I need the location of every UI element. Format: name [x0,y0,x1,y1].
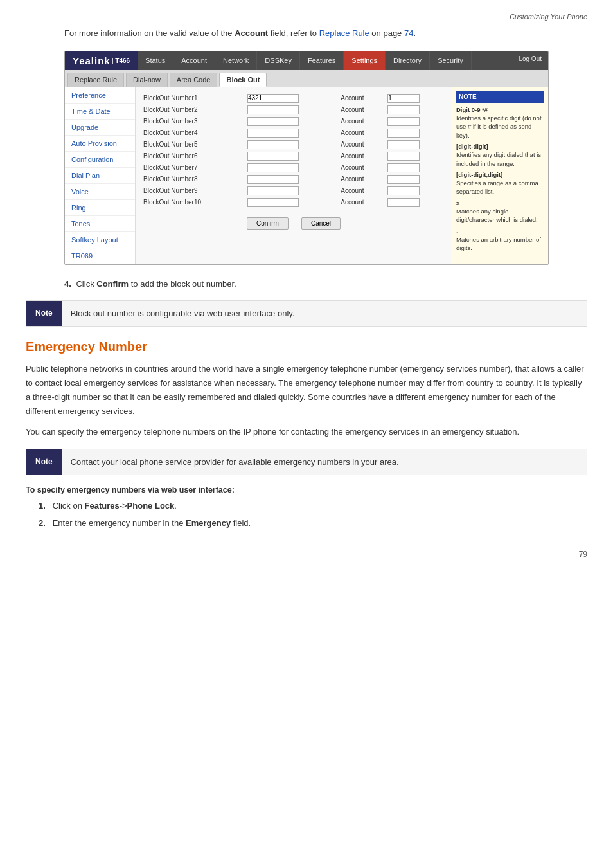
page-74-link[interactable]: 74 [404,28,413,38]
note-label-1: Note [26,301,62,327]
intro-paragraph: For more information on the valid value … [64,27,549,41]
sidebar: Preference Time & Date Upgrade Auto Prov… [65,87,136,264]
blockout-number-8-input[interactable] [247,175,299,184]
account-7-input[interactable] [387,163,420,172]
account-10-input[interactable] [387,198,420,207]
procedure-section: To specify emergency numbers via web use… [26,485,587,530]
note-content-2: Contact your local phone service provide… [62,449,587,475]
note-section-5: . Matches an arbitrary number of digits. [456,227,544,253]
note-panel: NOTE Digit 0-9 *# Identifies a specific … [452,87,548,264]
note-section-1: Digit 0-9 *# Identifies a specific digit… [456,105,544,140]
account-3-input[interactable] [387,117,420,126]
nav-tab-dsskey[interactable]: DSSKey [257,51,300,70]
blockout-number-5-input[interactable] [247,140,299,149]
sidebar-item-voice[interactable]: Voice [65,184,135,200]
blockout-number-10-input[interactable] [247,198,299,207]
model-name: | T466 [112,57,130,64]
blockout-number-7-input[interactable] [247,163,299,172]
sub-tabs: Replace Rule Dial-now Area Code Block Ou… [65,70,548,87]
nav-tab-network[interactable]: Network [215,51,257,70]
sidebar-item-configuration[interactable]: Configuration [65,152,135,168]
sidebar-item-tones[interactable]: Tones [65,216,135,232]
account-5-input[interactable] [387,140,420,149]
note-section-3: [digit-digit,digit] Specifies a range as… [456,170,544,196]
replace-rule-link[interactable]: Replace Rule [319,28,369,38]
logout-button[interactable]: Log Out [513,53,547,65]
yealink-brand: Yealink | T466 [65,51,138,70]
table-row: BlockOut Number3 Account [141,116,447,127]
account-1-input[interactable] [387,94,420,103]
table-row: BlockOut Number2 Account [141,104,447,116]
sidebar-item-softkey-layout[interactable]: Softkey Layout [65,232,135,248]
proc-step-2: 2. Enter the emergency number in the Eme… [39,517,587,530]
account-9-input[interactable] [387,186,420,195]
subtab-dial-now[interactable]: Dial-now [126,73,168,87]
note-label-2: Note [26,449,62,475]
table-row: BlockOut Number4 Account [141,127,447,139]
sidebar-item-auto-provision[interactable]: Auto Provision [65,136,135,152]
sidebar-item-preference[interactable]: Preference [65,87,135,104]
account-8-input[interactable] [387,175,420,184]
sidebar-item-dial-plan[interactable]: Dial Plan [65,168,135,184]
proc-step-1: 1. Click on Features->Phone Lock. [39,500,587,513]
account-6-input[interactable] [387,152,420,161]
blockout-table: BlockOut Number1 Account BlockOut Number… [141,93,447,208]
sidebar-item-tr069[interactable]: TR069 [65,248,135,264]
sidebar-item-upgrade[interactable]: Upgrade [65,120,135,136]
brand-name: Yealink [73,55,111,66]
nav-tab-status[interactable]: Status [138,51,173,70]
blockout-number-1-input[interactable] [247,94,299,103]
note-content-1: Block out number is configurable via web… [62,301,587,327]
screenshot-main: Preference Time & Date Upgrade Auto Prov… [65,87,548,264]
emergency-para-1: Public telephone networks in countries a… [26,362,587,419]
account-4-input[interactable] [387,129,420,138]
nav-tab-directory[interactable]: Directory [386,51,430,70]
procedure-title: To specify emergency numbers via web use… [26,485,587,494]
table-row: BlockOut Number10 Account [141,197,447,208]
table-row: BlockOut Number9 Account [141,185,447,197]
page-number: 79 [26,550,587,559]
subtab-replace-rule[interactable]: Replace Rule [67,73,124,87]
table-row: BlockOut Number8 Account [141,174,447,185]
emergency-section: Emergency Number Public telephone networ… [26,339,587,439]
note-panel-header: NOTE [456,91,544,103]
page-header: Customizing Your Phone [26,13,587,21]
form-buttons: Confirm Cancel [141,213,447,233]
account-2-input[interactable] [387,105,420,114]
table-row: BlockOut Number5 Account [141,139,447,150]
nav-tab-security[interactable]: Security [430,51,472,70]
blockout-number-4-input[interactable] [247,129,299,138]
form-area: BlockOut Number1 Account BlockOut Number… [136,87,452,264]
nav-tab-features[interactable]: Features [300,51,344,70]
table-row: BlockOut Number7 Account [141,162,447,174]
step-4: 4. Click Confirm to add the block out nu… [64,278,549,291]
table-row: BlockOut Number1 Account [141,93,447,104]
blockout-number-6-input[interactable] [247,152,299,161]
note-section-2: [digit-digit] Identifies any digit diale… [456,142,544,168]
confirm-button[interactable]: Confirm [247,217,289,230]
sidebar-item-time-date[interactable]: Time & Date [65,104,135,120]
note-section-4: x Matches any single digit/character whi… [456,199,544,224]
subtab-block-out[interactable]: Block Out [219,73,267,87]
navbar: Yealink | T466 Status Account Network DS… [65,51,548,70]
emergency-title: Emergency Number [26,339,587,354]
screenshot-container: Yealink | T466 Status Account Network DS… [64,51,549,265]
emergency-para-2: You can specify the emergency telephone … [26,425,587,439]
note-box-2: Note Contact your local phone service pr… [26,449,587,476]
table-row: BlockOut Number6 Account [141,150,447,162]
nav-tab-account[interactable]: Account [173,51,215,70]
blockout-number-2-input[interactable] [247,105,299,114]
cancel-button[interactable]: Cancel [301,217,341,230]
header-title: Customizing Your Phone [510,13,587,21]
blockout-number-9-input[interactable] [247,186,299,195]
blockout-number-3-input[interactable] [247,117,299,126]
subtab-area-code[interactable]: Area Code [170,73,218,87]
nav-tabs: Status Account Network DSSKey Features S… [138,51,512,70]
sidebar-item-ring[interactable]: Ring [65,200,135,216]
note-box-1: Note Block out number is configurable vi… [26,300,587,327]
nav-tab-settings[interactable]: Settings [344,51,386,70]
